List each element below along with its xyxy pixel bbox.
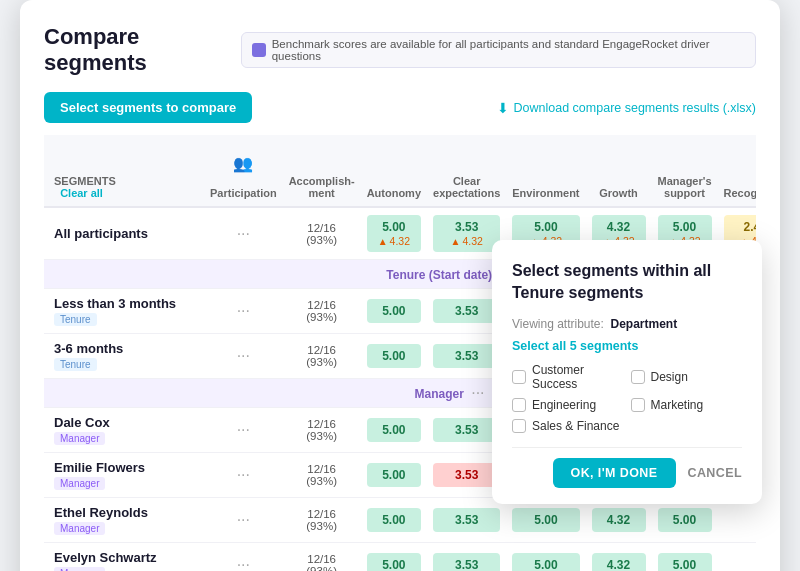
score-cell: 5.00 bbox=[361, 408, 427, 453]
participation-cell: 12/16 (93%) bbox=[283, 543, 361, 572]
segment-tag: Manager bbox=[54, 432, 105, 445]
popup-option[interactable]: Marketing bbox=[631, 398, 743, 412]
col-header-environment: Environment bbox=[506, 135, 585, 207]
score-cell: 4.32 bbox=[586, 498, 652, 543]
score-value: 3.53 bbox=[433, 418, 500, 442]
score-value: 3.53 bbox=[433, 344, 500, 368]
segment-name: Emilie Flowers bbox=[54, 460, 145, 475]
row-dots-btn[interactable]: ··· bbox=[233, 556, 254, 571]
col-header-managers-support: Manager's support bbox=[652, 135, 718, 207]
col-header-accomplishment: Accomplish-ment bbox=[283, 135, 361, 207]
segment-tag: Tenure bbox=[54, 313, 97, 326]
score-value: 5.00▲4.32 bbox=[367, 215, 421, 252]
popup-option[interactable]: Customer Success bbox=[512, 363, 624, 391]
option-label: Marketing bbox=[651, 398, 704, 412]
score-value: 5.00 bbox=[367, 508, 421, 532]
col-header-segments: SEGMENTS Clear all bbox=[44, 135, 204, 207]
select-segments-button[interactable]: Select segments to compare bbox=[44, 92, 252, 123]
benchmark-value: ▲4.32 bbox=[371, 235, 417, 247]
row-dots-btn[interactable]: ··· bbox=[233, 511, 254, 529]
group-name: Tenure (Start date) bbox=[386, 268, 492, 282]
option-checkbox[interactable] bbox=[631, 398, 645, 412]
score-value: 5.00 bbox=[367, 344, 421, 368]
participation-cell: 12/16 (93%) bbox=[283, 334, 361, 379]
row-dots-btn[interactable]: ··· bbox=[233, 302, 254, 320]
option-checkbox[interactable] bbox=[512, 419, 526, 433]
benchmark-notice: Benchmark scores are available for all p… bbox=[241, 32, 756, 68]
row-dots-btn[interactable]: ··· bbox=[233, 225, 254, 243]
option-checkbox[interactable] bbox=[631, 370, 645, 384]
score-cell: 5.00 bbox=[361, 543, 427, 572]
option-checkbox[interactable] bbox=[512, 398, 526, 412]
group-dots-btn[interactable]: ··· bbox=[467, 384, 488, 402]
popup-option[interactable]: Engineering bbox=[512, 398, 624, 412]
ok-button[interactable]: OK, I'M DONE bbox=[553, 458, 676, 488]
score-value: 5.00 bbox=[367, 553, 421, 571]
popup-select-all-link[interactable]: Select all 5 segments bbox=[512, 339, 742, 353]
popup-divider bbox=[512, 447, 742, 448]
score-cell bbox=[718, 543, 756, 572]
col-header-recognition: Recognition bbox=[718, 135, 756, 207]
score-value: 3.53 bbox=[433, 508, 500, 532]
clear-all-btn[interactable]: Clear all bbox=[60, 187, 103, 199]
segment-name: Evelyn Schwartz bbox=[54, 550, 157, 565]
popup-attr-value: Department bbox=[611, 317, 678, 331]
score-value: 3.53 bbox=[433, 553, 500, 571]
score-cell: 3.53 bbox=[427, 543, 506, 572]
score-value bbox=[724, 515, 756, 525]
popup-option[interactable]: Sales & Finance bbox=[512, 419, 624, 433]
participation-cell: 12/16 (93%) bbox=[283, 408, 361, 453]
score-value: 3.53 bbox=[433, 463, 500, 487]
segment-tag: Manager bbox=[54, 522, 105, 535]
option-label: Customer Success bbox=[532, 363, 624, 391]
score-value: 5.00 bbox=[367, 463, 421, 487]
segment-tag: Manager bbox=[54, 567, 105, 571]
segment-name: Ethel Reynolds bbox=[54, 505, 148, 520]
score-value: 4.32 bbox=[592, 553, 646, 571]
score-cell: 5.00 bbox=[652, 498, 718, 543]
score-cell: 5.00 bbox=[506, 543, 585, 572]
score-value: 5.00 bbox=[367, 418, 421, 442]
participation-icon: 👥 bbox=[210, 154, 277, 173]
segment-tag: Manager bbox=[54, 477, 105, 490]
col-header-growth: Growth bbox=[586, 135, 652, 207]
row-dots-btn[interactable]: ··· bbox=[233, 466, 254, 484]
download-icon: ⬇ bbox=[497, 100, 509, 116]
score-cell: 5.00 bbox=[361, 334, 427, 379]
row-dots-btn[interactable]: ··· bbox=[233, 421, 254, 439]
row-dots-btn[interactable]: ··· bbox=[233, 347, 254, 365]
score-cell: 5.00 bbox=[361, 453, 427, 498]
cancel-button[interactable]: CANCEL bbox=[688, 466, 742, 480]
segment-tag: Tenure bbox=[54, 358, 97, 371]
download-link[interactable]: ⬇ Download compare segments results (.xl… bbox=[497, 100, 756, 116]
toolbar-row: Select segments to compare ⬇ Download co… bbox=[44, 92, 756, 123]
participation-cell: 12/16 (93%) bbox=[283, 453, 361, 498]
header-row: Compare segments Benchmark scores are av… bbox=[44, 24, 756, 76]
segment-name: Less than 3 months bbox=[54, 296, 176, 311]
benchmark-value: ▲4.32 bbox=[437, 235, 496, 247]
benchmark-icon bbox=[252, 43, 266, 57]
score-value bbox=[724, 560, 756, 570]
popup-attr-row: Viewing attribute: Department bbox=[512, 317, 742, 331]
option-label: Design bbox=[651, 370, 688, 384]
score-value: 5.00 bbox=[512, 553, 579, 571]
segment-name: 3-6 months bbox=[54, 341, 123, 356]
score-value: 5.00 bbox=[512, 508, 579, 532]
participation-cell: 12/16 (93%) bbox=[283, 207, 361, 260]
col-header-participation: 👥 Participation bbox=[204, 135, 283, 207]
participation-cell: 12/16 (93%) bbox=[283, 289, 361, 334]
popup-options-grid: Customer Success Design Engineering Mark… bbox=[512, 363, 742, 433]
score-cell: 5.00 bbox=[652, 543, 718, 572]
option-checkbox[interactable] bbox=[512, 370, 526, 384]
score-value: 3.53 bbox=[433, 299, 500, 323]
segment-name: All participants bbox=[54, 226, 148, 241]
popup-option[interactable]: Design bbox=[631, 363, 743, 391]
main-window: Compare segments Benchmark scores are av… bbox=[20, 0, 780, 571]
popup-overlay: Select segments within all Tenure segmen… bbox=[492, 240, 762, 504]
group-name: Manager bbox=[415, 387, 464, 401]
score-cell: 5.00▲4.32 bbox=[361, 207, 427, 260]
score-cell bbox=[718, 498, 756, 543]
score-value: 4.32 bbox=[592, 508, 646, 532]
score-value: 5.00 bbox=[658, 508, 712, 532]
score-cell: 5.00 bbox=[361, 498, 427, 543]
